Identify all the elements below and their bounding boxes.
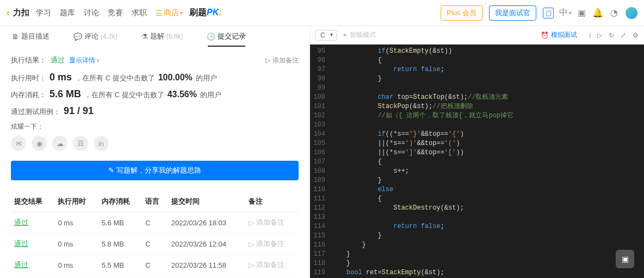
row-add-note[interactable]: ▷添加备注 — [249, 239, 295, 249]
result-label: 执行结果： — [11, 55, 46, 65]
line-number: 95 — [310, 47, 331, 56]
line-number: 113 — [310, 213, 331, 222]
weibo-icon[interactable]: ◉ — [32, 136, 47, 151]
show-detail-link[interactable]: 显示详情 › — [69, 56, 99, 65]
line-number: 114 — [310, 222, 331, 231]
left-tabs: 🗎题目描述 💬评论(4.2k) ⚗题解(6.9k) 🕒提交记录 — [0, 26, 309, 47]
smart-mode[interactable]: ✦智能模式 — [342, 30, 376, 40]
col-note: 备注 — [245, 191, 299, 212]
nav-contest[interactable]: 竞赛 — [108, 8, 123, 18]
logo[interactable]: ‹ 力扣 — [7, 7, 29, 18]
nav-shop[interactable]: ☰商店▾ — [156, 8, 183, 18]
status-link[interactable]: 通过 — [14, 261, 28, 269]
add-note-button[interactable]: ▷添加备注 — [265, 56, 299, 65]
line-number: 109 — [310, 176, 331, 185]
line-number: 105 — [310, 139, 331, 148]
shop-icon: ☰ — [156, 9, 163, 17]
tab-submissions[interactable]: 🕒提交记录 — [195, 26, 258, 47]
comment-icon: 💬 — [73, 33, 82, 41]
line-number: 107 — [310, 157, 331, 167]
mock-interview-button[interactable]: ⏰模拟面试 — [541, 30, 577, 40]
row-add-note[interactable]: ▷添加备注 — [249, 260, 295, 270]
plus-button[interactable]: Plus 会员 — [441, 5, 482, 21]
line-number: 99 — [310, 84, 331, 93]
col-lang: 语言 — [142, 191, 168, 212]
line-number: 103 — [310, 121, 331, 130]
settings-icon[interactable]: ⚙ — [633, 31, 639, 39]
col-mem: 内存消耗 — [98, 191, 142, 212]
info-icon[interactable]: i — [589, 31, 591, 39]
main-area: 🗎题目描述 💬评论(4.2k) ⚗题解(6.9k) 🕒提交记录 执行结果： 通过… — [0, 26, 644, 278]
code-pane: C▾ ✦智能模式 ⏰模拟面试 i ▷ ↻ ⤢ ⚙ 95 if(StackEmpt… — [310, 26, 644, 278]
phone-icon[interactable]: ▢ — [543, 8, 554, 18]
brush-pk[interactable]: 刷题PK: — [189, 7, 222, 18]
lang-dropdown[interactable]: 中▾ — [560, 8, 570, 18]
spark-icon: ✦ — [342, 31, 348, 39]
line-number: 115 — [310, 231, 331, 241]
nav-jobs[interactable]: 求职 — [132, 8, 147, 18]
linkedin-icon[interactable]: in — [94, 136, 109, 151]
line-number: 98 — [310, 74, 331, 84]
streak-icon[interactable]: ◔ — [609, 8, 619, 18]
line-number: 96 — [310, 56, 331, 65]
line-number: 112 — [310, 204, 331, 213]
flag-icon: ▷ — [249, 240, 254, 248]
bell-icon[interactable]: 🔔 — [593, 8, 603, 18]
line-number: 119 — [310, 268, 331, 277]
row-add-note[interactable]: ▷添加备注 — [249, 218, 295, 228]
tab-solutions[interactable]: ⚗题解(6.9k) — [129, 26, 195, 47]
left-pane: 🗎题目描述 💬评论(4.2k) ⚗题解(6.9k) 🕒提交记录 执行结果： 通过… — [0, 26, 310, 278]
nav-discuss[interactable]: 讨论 — [84, 8, 99, 18]
douban-icon[interactable]: 豆 — [73, 136, 88, 151]
reset-icon[interactable]: ↻ — [609, 31, 614, 39]
flag-icon: ▷ — [249, 219, 254, 227]
main-nav: 学习 题库 讨论 竞赛 求职 ☰商店▾ — [36, 8, 183, 18]
doc-icon: 🗎 — [12, 33, 19, 41]
tab-comments[interactable]: 💬评论(4.2k) — [61, 26, 129, 47]
header-right: Plus 会员 我是面试官 ▢ 中▾ ▣ 🔔 ◔ — [441, 5, 637, 21]
avatar[interactable] — [626, 7, 637, 19]
line-number: 102 — [310, 111, 331, 121]
line-number: 104 — [310, 130, 331, 139]
col-status: 提交结果 — [11, 191, 54, 212]
submission-panel: 执行结果： 通过 显示详情 › ▷添加备注 执行用时： 0 ms ，在所有 C … — [0, 47, 309, 278]
tab-description[interactable]: 🗎题目描述 — [0, 26, 61, 47]
line-number: 117 — [310, 250, 331, 259]
clock-icon: 🕒 — [207, 33, 215, 41]
write-solution-button[interactable]: ✎ 写题解，分享我的解题思路 — [11, 161, 299, 180]
nav-problems[interactable]: 题库 — [60, 8, 75, 18]
line-number: 106 — [310, 148, 331, 157]
run-icon[interactable]: ▷ — [597, 31, 602, 39]
expand-icon[interactable]: ⤢ — [621, 31, 626, 39]
table-row[interactable]: 通过 0 ms 5.5 MB C 2022/03/26 11:58 ▷添加备注 — [11, 255, 299, 276]
col-at: 提交时间 — [168, 191, 245, 212]
logo-text: 力扣 — [13, 8, 29, 18]
line-number: 97 — [310, 65, 331, 74]
playground-icon[interactable]: ▣ — [577, 8, 586, 18]
interviewer-button[interactable]: 我是面试官 — [489, 5, 536, 21]
line-number: 101 — [310, 102, 331, 111]
line-number: 110 — [310, 185, 331, 194]
col-time: 执行用时 — [54, 191, 98, 212]
result-status: 通过 — [51, 55, 65, 65]
chevron-down-icon: ▾ — [180, 10, 183, 16]
share-label: 炫耀一下： — [11, 122, 299, 131]
line-number: 118 — [310, 259, 331, 268]
runtime-metric: 执行用时： 0 ms ，在所有 C 提交中击败了 100.00% 的用户 — [11, 72, 299, 83]
qq-icon[interactable]: ☁ — [52, 136, 67, 151]
table-row[interactable]: 通过 0 ms 5.6 MB C 2022/03/26 18:03 ▷添加备注 — [11, 212, 299, 233]
language-select[interactable]: C▾ — [315, 30, 337, 41]
status-link[interactable]: 通过 — [14, 239, 28, 248]
logo-icon: ‹ — [7, 7, 10, 18]
nav-learn[interactable]: 学习 — [36, 8, 51, 18]
alarm-icon: ⏰ — [541, 31, 549, 39]
flag-icon: ▷ — [265, 56, 270, 64]
social-icons: ✉ ◉ ☁ 豆 in — [11, 136, 299, 151]
line-number: 111 — [310, 194, 331, 204]
status-link[interactable]: 通过 — [14, 218, 28, 226]
wechat-icon[interactable]: ✉ — [11, 136, 26, 151]
editor-toolbar: C▾ ✦智能模式 ⏰模拟面试 i ▷ ↻ ⤢ ⚙ — [310, 26, 644, 45]
table-row[interactable]: 通过 0 ms 5.8 MB C 2022/03/26 12:04 ▷添加备注 — [11, 233, 299, 255]
float-action-button[interactable]: ▣ — [616, 250, 634, 268]
code-editor[interactable]: 95 if(StackEmpty(&st))96 {97 return fals… — [310, 45, 644, 278]
